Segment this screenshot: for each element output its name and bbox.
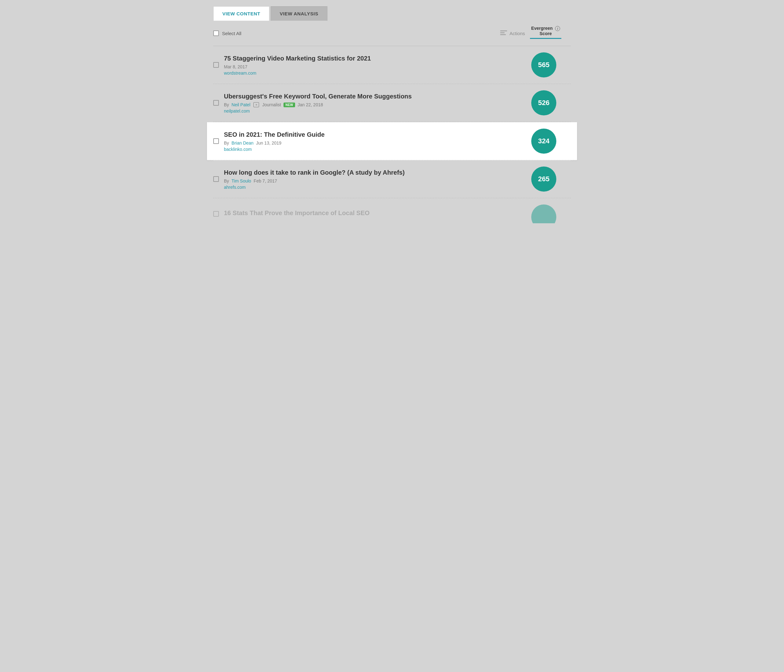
content-list: 75 Staggering Video Marketing Statistics… <box>213 46 571 230</box>
item-score-5 <box>531 204 556 223</box>
list-item: Ubersuggest's Free Keyword Tool, Generat… <box>213 84 571 122</box>
item-checkbox-5[interactable] <box>213 211 219 217</box>
seo-keyword: SEO <box>356 210 369 216</box>
item-title-3[interactable]: SEO in 2021: The Definitive Guide <box>224 131 526 138</box>
evergreen-score-header: Evergreen i Score <box>530 26 562 41</box>
item-domain-2[interactable]: neilpatel.com <box>224 109 526 114</box>
item-date-3: Jun 13, 2019 <box>256 140 281 146</box>
item-domain-3[interactable]: backlinko.com <box>224 147 526 152</box>
item-content-5: 16 Stats That Prove the Importance of Lo… <box>224 209 526 219</box>
by-label-3: By <box>224 140 229 146</box>
item-score-1: 565 <box>531 52 556 78</box>
score-partial-wrapper-5 <box>531 204 556 223</box>
item-content-3: SEO in 2021: The Definitive Guide By Bri… <box>224 131 526 152</box>
item-title-5[interactable]: 16 Stats That Prove the Importance of Lo… <box>224 209 526 217</box>
item-checkbox-4[interactable] <box>213 176 219 182</box>
list-item: How long does it take to rank in Google?… <box>213 160 571 198</box>
item-content-1: 75 Staggering Video Marketing Statistics… <box>224 54 526 76</box>
tab-view-analysis[interactable]: VIEW ANALYSIS <box>271 6 327 21</box>
actions-icon <box>500 30 507 36</box>
item-date-4: Feb 7, 2017 <box>254 179 277 184</box>
item-content-4: How long does it take to rank in Google?… <box>224 168 526 190</box>
item-author-2[interactable]: Neil Patel <box>232 102 250 107</box>
item-score-3: 324 <box>531 129 556 154</box>
item-title-4[interactable]: How long does it take to rank in Google?… <box>224 168 526 177</box>
journalist-icon-2 <box>254 102 259 107</box>
actions-button[interactable]: Actions <box>495 28 530 39</box>
item-score-2: 526 <box>531 90 556 115</box>
toolbar: Select All Actions Evergreen i Score <box>213 21 571 46</box>
list-item: SEO in 2021: The Definitive Guide By Bri… <box>207 122 577 160</box>
item-checkbox-3[interactable] <box>213 138 219 144</box>
item-checkbox-2[interactable] <box>213 100 219 106</box>
item-meta-2: By Neil Patel Journalist NEW Jan 22, 201… <box>224 102 526 107</box>
badge-new-2: NEW <box>283 103 295 107</box>
list-item: 16 Stats That Prove the Importance of Lo… <box>213 198 571 230</box>
by-label-4: By <box>224 179 229 184</box>
tab-bar: VIEW CONTENT VIEW ANALYSIS <box>207 0 577 21</box>
item-title-1[interactable]: 75 Staggering Video Marketing Statistics… <box>224 54 526 62</box>
select-all-area: Select All <box>213 30 495 36</box>
item-author-4[interactable]: Tim Soulo <box>232 179 251 184</box>
item-meta-3: By Brian Dean Jun 13, 2019 <box>224 140 526 146</box>
select-all-checkbox[interactable] <box>213 30 219 36</box>
item-date-2: Jan 22, 2018 <box>298 102 323 107</box>
item-meta-1: Mar 8, 2017 <box>224 64 526 69</box>
list-item: 75 Staggering Video Marketing Statistics… <box>213 46 571 84</box>
item-content-2: Ubersuggest's Free Keyword Tool, Generat… <box>224 92 526 114</box>
tab-view-content[interactable]: VIEW CONTENT <box>213 6 269 21</box>
item-meta-4: By Tim Soulo Feb 7, 2017 <box>224 179 526 184</box>
by-label-2: By <box>224 102 229 107</box>
item-domain-1[interactable]: wordstream.com <box>224 70 526 76</box>
author-type-2: Journalist <box>262 102 281 107</box>
item-author-3[interactable]: Brian Dean <box>232 140 254 146</box>
item-domain-4[interactable]: ahrefs.com <box>224 185 526 190</box>
item-score-4: 265 <box>531 166 556 191</box>
info-icon[interactable]: i <box>555 26 560 31</box>
main-content: Select All Actions Evergreen i Score <box>207 21 577 230</box>
select-all-label: Select All <box>222 31 241 36</box>
item-date-1: Mar 8, 2017 <box>224 64 247 69</box>
item-title-2[interactable]: Ubersuggest's Free Keyword Tool, Generat… <box>224 92 526 100</box>
item-checkbox-1[interactable] <box>213 62 219 68</box>
